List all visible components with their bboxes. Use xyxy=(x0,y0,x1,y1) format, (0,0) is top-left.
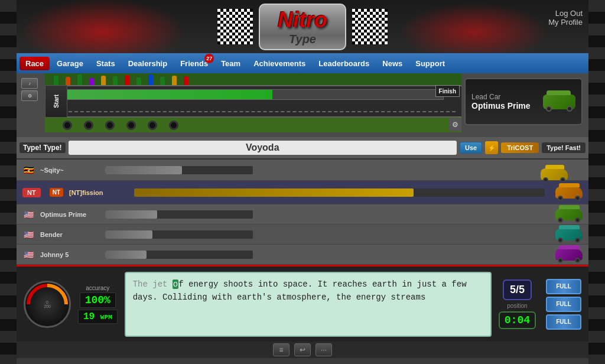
finish-label: Finish xyxy=(435,85,460,97)
nav-item-dealership[interactable]: Dealership xyxy=(122,57,173,70)
nitro-btn-2[interactable]: FULL xyxy=(546,297,581,312)
nav-item-garage[interactable]: Garage xyxy=(51,57,89,70)
car-top xyxy=(559,245,580,249)
car-wheel xyxy=(546,106,552,112)
tool-btn-menu[interactable]: ≡ xyxy=(273,343,290,356)
player-name: [NT]fission xyxy=(69,189,128,196)
use-icon[interactable]: ⚡ xyxy=(485,141,498,154)
progress-track-bg xyxy=(63,89,444,100)
car-wheel xyxy=(558,196,563,201)
tool-btn-undo[interactable]: ↩ xyxy=(294,343,311,356)
position-label: position xyxy=(507,303,527,309)
current-char: o xyxy=(173,280,178,289)
nav-item-support[interactable]: Support xyxy=(409,57,451,70)
logo-badge: Nitro Type xyxy=(259,4,346,50)
car-wheel xyxy=(558,238,563,243)
spectator xyxy=(125,75,129,85)
player-progress-fill xyxy=(134,188,414,197)
accuracy-value: 100% xyxy=(80,292,116,308)
car-top xyxy=(545,165,564,169)
nav-item-team[interactable]: Team xyxy=(215,57,246,70)
current-word-display: Voyoda xyxy=(69,141,457,155)
accuracy-section: accuracy 100% 19 WPM xyxy=(78,285,118,324)
speedometer: 0 200 xyxy=(24,281,71,328)
nav-item-news[interactable]: News xyxy=(376,57,408,70)
tire xyxy=(63,121,72,130)
car-roof xyxy=(547,90,571,95)
dashboard: 0 200 accuracy 100% 19 WPM The jet of en… xyxy=(17,265,588,342)
racer-row-player: NT NT [NT]fission xyxy=(17,181,588,204)
car-wheel xyxy=(567,106,573,112)
logout-link[interactable]: Log Out xyxy=(548,9,583,18)
profile-link[interactable]: My Profile xyxy=(548,18,583,27)
tricost-label: TriCOST xyxy=(501,142,539,153)
racer-progress-bar xyxy=(105,210,253,219)
lead-car-text: Lead Car Optimus Prime xyxy=(471,93,531,110)
lead-car-box: Lead Car Optimus Prime xyxy=(464,78,583,125)
racer-flag: 🇺🇬 xyxy=(22,166,34,174)
main-wrapper: Nitro Type Log Out My Profile Race Garag… xyxy=(17,0,588,364)
racer-row: 🇺🇸 Bender xyxy=(17,225,588,245)
car-wheel xyxy=(575,217,580,223)
nav-item-stats[interactable]: Stats xyxy=(90,57,121,70)
nav-item-leaderboards[interactable]: Leaderboards xyxy=(313,57,375,70)
speedo-min: 0 xyxy=(44,300,51,304)
car-top xyxy=(559,183,580,187)
settings-control[interactable]: ⚙ xyxy=(21,90,38,101)
logo-nitro: Nitro xyxy=(278,8,327,32)
road-dashes xyxy=(51,111,456,113)
music-control[interactable]: ♪ xyxy=(21,78,38,89)
wpm-value: 19 WPM xyxy=(78,310,118,324)
spectator-area xyxy=(45,73,461,85)
logo-container: Nitro Type xyxy=(217,4,388,50)
header-links: Log Out My Profile xyxy=(548,9,583,27)
tire-border-left xyxy=(0,0,17,364)
spectator xyxy=(160,77,165,85)
settings-gear-btn[interactable]: ⚙ xyxy=(448,118,461,131)
nav-item-achievements[interactable]: Achievements xyxy=(248,57,311,70)
racer-name: Bender xyxy=(40,231,99,238)
spectator xyxy=(136,77,141,85)
tool-btn-more[interactable]: ··· xyxy=(315,343,332,356)
nitro-btn-3[interactable]: FULL xyxy=(546,314,581,330)
racer-name: ~Sqity~ xyxy=(40,167,99,174)
nav-item-race[interactable]: Race xyxy=(19,57,50,70)
car-wheel xyxy=(558,217,563,223)
grass-area xyxy=(45,118,461,132)
nav-item-friends[interactable]: Friends27 xyxy=(174,57,214,70)
speedo-max: 200 xyxy=(44,304,51,308)
use-button[interactable]: Use xyxy=(460,142,482,154)
spectator xyxy=(89,78,94,85)
racer-flag: 🇺🇸 xyxy=(22,251,34,259)
racer-progress-fill xyxy=(105,230,152,239)
racer-row: 🇺🇸 Optimus Prime xyxy=(17,204,588,225)
racer-car-green xyxy=(555,209,583,220)
road-surface xyxy=(45,85,461,118)
racer-car-teal xyxy=(555,229,583,240)
right-stats: 5/5 position 0:04 xyxy=(499,280,536,329)
nitro-btn-1[interactable]: FULL xyxy=(546,279,581,294)
tire xyxy=(126,121,136,130)
header: Nitro Type Log Out My Profile xyxy=(17,0,588,53)
text-display[interactable]: The jet of energy shoots into space. It … xyxy=(125,272,492,337)
racer-car-purple xyxy=(555,249,583,261)
racers-list: 🇺🇬 ~Sqity~ NT NT [NT]fission xyxy=(17,160,588,265)
untyped-text: f energy shoots into space. It reaches e… xyxy=(133,280,467,302)
spectator xyxy=(148,74,153,85)
checkered-flag-left xyxy=(217,9,253,44)
friends-badge: 27 xyxy=(204,54,214,63)
car-top xyxy=(559,225,580,229)
nt-badge: NT xyxy=(50,188,63,197)
lead-car-label: Lead Car xyxy=(471,93,531,101)
race-area: ♪ ⚙ Start Finish xyxy=(17,73,588,364)
lead-car-name: Optimus Prime xyxy=(471,101,531,110)
spectator xyxy=(184,76,188,85)
spectator xyxy=(77,74,82,85)
racer-flag: 🇺🇸 xyxy=(22,230,34,239)
wpm-unit: WPM xyxy=(100,314,112,321)
player-car xyxy=(555,187,583,199)
car-wheel xyxy=(558,258,563,263)
checkered-flag-right xyxy=(352,9,388,44)
spectator xyxy=(66,77,70,85)
typed-text: The jet xyxy=(133,280,173,289)
